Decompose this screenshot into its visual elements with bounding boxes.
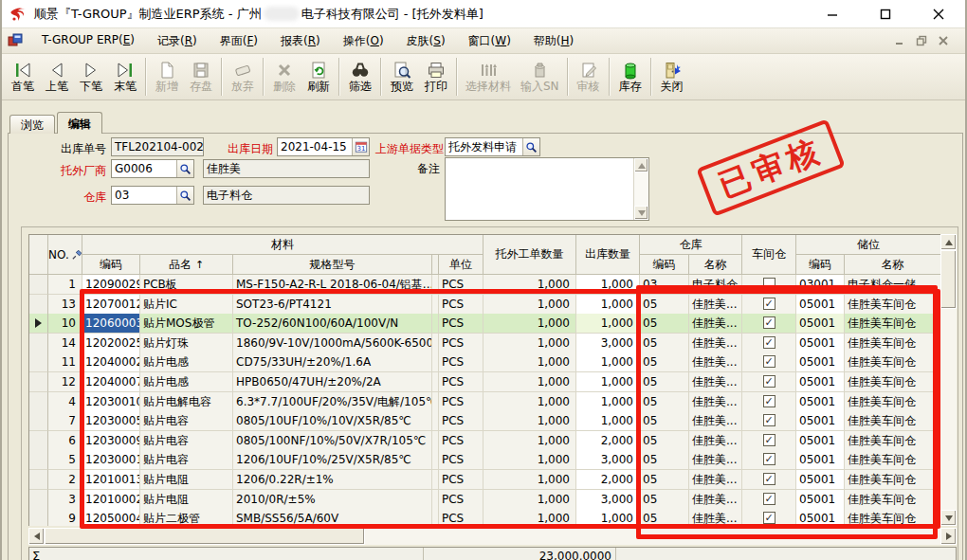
- grid-cell-code[interactable]: 12040007: [82, 372, 140, 392]
- grid-cell-unit[interactable]: PCS: [439, 450, 484, 470]
- grid-cell-wh_code[interactable]: 05: [640, 431, 689, 451]
- vertical-scroll-thumb[interactable]: [940, 250, 957, 309]
- grid-cell-wh_code[interactable]: 05: [640, 490, 689, 510]
- grid-cell-code[interactable]: 12050004: [82, 509, 140, 526]
- grid-cell-wh_code[interactable]: 05: [640, 470, 689, 490]
- mdi-restore-button[interactable]: [915, 34, 928, 47]
- column-group-header-warehouse[interactable]: 仓库: [640, 235, 742, 255]
- grid-cell-unit[interactable]: PCS: [439, 372, 484, 392]
- grid-cell-issue_qty[interactable]: 1,000: [576, 372, 640, 392]
- grid-cell-wh_code[interactable]: 05: [640, 352, 689, 372]
- toolbar-button-prev[interactable]: 上笔: [40, 56, 74, 99]
- grid-cell-issue_qty[interactable]: 1,000: [576, 295, 640, 315]
- shop-warehouse-checkbox[interactable]: ✓: [763, 375, 775, 388]
- grid-cell-wo_qty[interactable]: 1,000: [484, 392, 576, 412]
- column-header-no[interactable]: NO.: [48, 235, 82, 275]
- grid-cell-wh_name[interactable]: 佳胜美...: [689, 295, 742, 315]
- grid-cell-wh_code[interactable]: 05: [640, 509, 689, 526]
- grid-cell-code[interactable]: 12010013: [82, 470, 140, 490]
- toolbar-button-filter[interactable]: 筛选: [343, 56, 377, 99]
- shop-warehouse-checkbox[interactable]: ✓: [763, 316, 775, 329]
- grid-cell-no[interactable]: 12: [48, 372, 82, 392]
- grid-cell-loc_name[interactable]: 佳胜美车间仓: [845, 509, 940, 526]
- toolbar-button-refresh[interactable]: 刷新: [301, 56, 336, 99]
- grid-cell-spec[interactable]: 6.3*7.7/100UF/20%/35V/电解/105℃: [233, 392, 432, 412]
- grid-cell-shop_wh[interactable]: ✓: [742, 450, 796, 470]
- menu-item-reports[interactable]: 报表(R): [269, 29, 332, 53]
- grid-cell-shop_wh[interactable]: ✓: [742, 431, 796, 451]
- grid-cell-unit[interactable]: PCS: [439, 411, 484, 431]
- grid-cell-no[interactable]: 9: [48, 509, 82, 526]
- menu-item-records[interactable]: 记录(R): [146, 29, 209, 53]
- grid-cell-wo_qty[interactable]: 1,000: [484, 411, 576, 431]
- grid-cell-wo_qty[interactable]: 1,000: [484, 509, 576, 526]
- grid-cell-loc_code[interactable]: 05001: [796, 490, 845, 510]
- grid-cell-shop_wh[interactable]: ✓: [742, 352, 796, 372]
- grid-cell-issue_qty[interactable]: 1,000: [576, 509, 640, 526]
- grid-cell-name[interactable]: 贴片电感: [140, 352, 233, 372]
- grid-cell-issue_qty[interactable]: 3,000: [576, 490, 640, 510]
- grid-cell-name[interactable]: 贴片电感: [140, 372, 233, 392]
- row-indicator[interactable]: [29, 334, 48, 353]
- grid-cell-code[interactable]: 12030009: [82, 431, 140, 451]
- grid-cell-code[interactable]: 12030005: [82, 411, 140, 431]
- grid-cell-code[interactable]: 12060003: [82, 314, 140, 334]
- grid-cell-spec[interactable]: 0805/10UF/10%/10V/X5R/85℃: [233, 411, 432, 431]
- grid-cell-shop_wh[interactable]: ✓: [742, 411, 796, 431]
- shop-warehouse-checkbox[interactable]: ✓: [763, 434, 775, 446]
- column-header-wh_name[interactable]: 名称: [689, 255, 742, 275]
- grid-cell-spec[interactable]: 1860/9V-10V/1000mA/5600K-6500K...: [233, 334, 432, 353]
- grid-cell-wh_name[interactable]: 佳胜美...: [689, 450, 742, 470]
- grid-cell-issue_qty[interactable]: 1,000: [576, 392, 640, 412]
- grid-cell-code[interactable]: 12070012: [82, 295, 140, 315]
- grid-cell-spec[interactable]: 2010/0R/±5%: [233, 490, 432, 510]
- vendor-code-field[interactable]: [111, 159, 194, 178]
- grid-cell-wh_name[interactable]: 佳胜美...: [689, 431, 742, 451]
- grid-cell-loc_name[interactable]: 电子料仓一储: [845, 275, 940, 295]
- shop-warehouse-checkbox[interactable]: ✓: [763, 298, 775, 310]
- grid-cell-unit[interactable]: PCS: [439, 431, 484, 451]
- grid-cell-loc_name[interactable]: 佳胜美车间仓: [845, 392, 940, 412]
- warehouse-code-field[interactable]: [111, 186, 194, 205]
- grid-cell-unit[interactable]: PCS: [439, 392, 484, 412]
- grid-cell-loc_name[interactable]: 佳胜美车间仓: [845, 411, 940, 431]
- grid-cell-code[interactable]: 12010002: [82, 490, 140, 510]
- table-row-10[interactable]: 1012060003贴片MOS极管TO-252/60N100/60A/100V/…: [29, 314, 940, 334]
- grid-cell-unit[interactable]: PCS: [439, 334, 484, 353]
- grid-cell-shop_wh[interactable]: ✓: [742, 392, 796, 412]
- grid-cell-loc_code[interactable]: 05001: [796, 352, 845, 372]
- grid-cell-no[interactable]: 3: [48, 490, 82, 510]
- grid-cell-wh_code[interactable]: 05: [640, 334, 689, 353]
- toolbar-button-last[interactable]: 末笔: [108, 56, 142, 99]
- grid-cell-loc_name[interactable]: 佳胜美车间仓: [845, 295, 940, 315]
- grid-cell-unit[interactable]: PCS: [439, 275, 484, 295]
- remark-scrollbar[interactable]: [633, 158, 648, 220]
- grid-cell-name[interactable]: 贴片二极管: [140, 509, 233, 526]
- grid-cell-issue_qty[interactable]: 2,000: [576, 470, 640, 490]
- grid-cell-issue_qty[interactable]: 2,000: [576, 431, 640, 451]
- tab-edit[interactable]: 编辑: [57, 112, 102, 134]
- upstream-type-input[interactable]: [446, 138, 522, 155]
- menu-item-operations[interactable]: 操作(O): [332, 29, 395, 53]
- grid-cell-loc_code[interactable]: 05001: [796, 431, 845, 451]
- grid-cell-shop_wh[interactable]: ✓: [742, 509, 796, 526]
- grid-cell-loc_name[interactable]: 佳胜美车间仓: [845, 352, 940, 372]
- grid-cell-wh_code[interactable]: 05: [640, 372, 689, 392]
- toolbar-button-print[interactable]: 打印: [419, 56, 453, 99]
- grid-cell-wh_name[interactable]: 佳胜美...: [689, 470, 742, 490]
- mdi-minimize-button[interactable]: [893, 34, 906, 47]
- grid-cell-no[interactable]: 6: [48, 431, 82, 451]
- grid-cell-shop_wh[interactable]: ✓: [742, 334, 796, 353]
- grid-cell-wh_code[interactable]: 05: [640, 411, 689, 431]
- table-row-6[interactable]: 612030009贴片电容0805/100NF/10%/50V/X7R/105℃…: [29, 431, 940, 451]
- shop-warehouse-checkbox[interactable]: ✓: [763, 395, 775, 407]
- table-row-9[interactable]: 912050004贴片二极管SMB/SS56/5A/60VPCS1,0001,0…: [29, 509, 940, 526]
- grid-cell-loc_name[interactable]: 佳胜美车间仓: [845, 314, 940, 334]
- grid-cell-code[interactable]: 12040002: [82, 352, 140, 372]
- row-indicator[interactable]: [29, 470, 48, 490]
- shop-warehouse-checkbox[interactable]: ✓: [763, 355, 775, 368]
- vendor-lookup-button[interactable]: [176, 160, 193, 177]
- row-indicator[interactable]: [29, 392, 48, 412]
- menu-item-window[interactable]: 窗口(W): [457, 29, 522, 53]
- grid-cell-wh_name[interactable]: 佳胜美...: [689, 372, 742, 392]
